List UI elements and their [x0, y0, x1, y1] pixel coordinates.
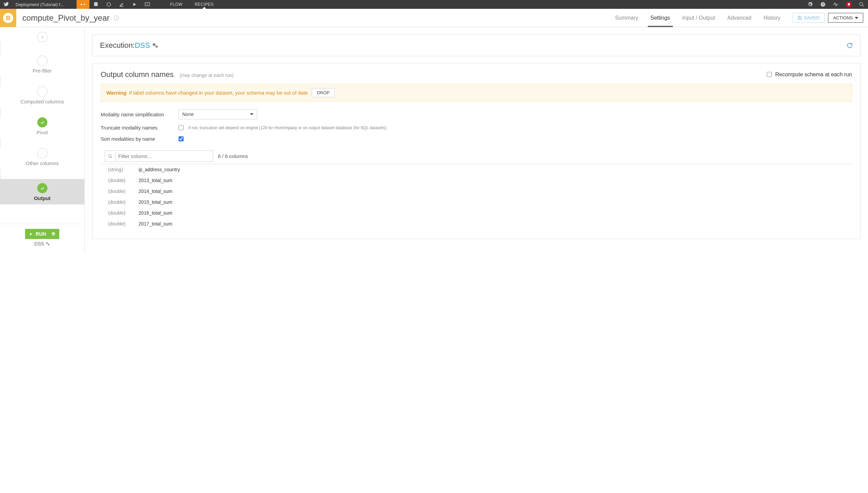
tab-settings[interactable]: Settings: [644, 9, 676, 27]
step-pre-filter[interactable]: Pre-filter: [0, 56, 84, 77]
recompute-schema-label[interactable]: Recompute schema at each run: [767, 72, 852, 78]
gear-icon: [51, 232, 55, 236]
execution-label: Execution:: [100, 41, 135, 50]
check-icon: [40, 120, 45, 125]
menu-flow[interactable]: FLOW: [164, 2, 189, 7]
database-icon[interactable]: [89, 0, 102, 9]
drop-button[interactable]: DROP: [312, 88, 335, 97]
recompute-checkbox[interactable]: [767, 72, 772, 77]
column-type: (double): [108, 199, 139, 205]
logo-icon[interactable]: [0, 2, 12, 7]
gears-icon: [45, 241, 50, 246]
edit-icon[interactable]: [115, 0, 128, 9]
project-name[interactable]: Deployment (Tutorial) f…: [12, 2, 77, 7]
actions-button[interactable]: ACTIONS: [828, 13, 863, 23]
step-computed-columns[interactable]: Computed columns: [0, 86, 84, 108]
search-icon: [105, 152, 116, 161]
play-icon: [29, 232, 33, 236]
svg-point-1: [107, 3, 111, 6]
save-icon: [798, 16, 802, 20]
tab-advanced[interactable]: Advanced: [721, 9, 758, 27]
column-type: (double): [108, 210, 139, 216]
warning-box: Warning if label columns have changed in…: [101, 84, 852, 102]
svg-point-15: [156, 45, 158, 48]
svg-rect-7: [6, 16, 8, 18]
flow-nav-icon[interactable]: [77, 0, 89, 9]
column-name: 2015_total_sum: [139, 199, 172, 205]
svg-point-12: [46, 242, 48, 244]
step-other-columns[interactable]: Other columns: [0, 148, 84, 170]
svg-rect-10: [8, 18, 10, 20]
column-type: (string): [108, 167, 139, 172]
gears-icon: [151, 42, 159, 49]
warning-text: if label columns have changed in your da…: [129, 90, 308, 96]
chevron-down-icon: [250, 113, 253, 115]
modality-label: Modality name simplification: [101, 112, 179, 117]
column-type: (double): [108, 221, 139, 226]
engine-label[interactable]: DSS: [34, 241, 50, 246]
column-row[interactable]: (double)2014_total_sum: [101, 186, 852, 197]
notification-icon[interactable]: [842, 0, 855, 9]
content-area: Execution: DSS Output column names (may …: [85, 27, 868, 253]
activity-icon[interactable]: [829, 0, 842, 9]
recipe-tabs: Summary Settings Input / Output Advanced…: [609, 9, 786, 27]
execution-engine[interactable]: DSS: [135, 41, 150, 50]
refresh-title-icon[interactable]: [113, 15, 120, 21]
column-row[interactable]: (double)2013_total_sum: [101, 175, 852, 186]
tab-history[interactable]: History: [758, 9, 787, 27]
column-name: 2017_total_sum: [139, 221, 172, 226]
circular-icon[interactable]: [102, 0, 115, 9]
title-bar: compute_Pivot_by_year Summary Settings I…: [0, 9, 868, 27]
svg-text:?: ?: [822, 3, 824, 6]
chevron-down-icon: [855, 17, 858, 19]
output-title: Output column names: [101, 70, 173, 79]
svg-point-6: [860, 2, 863, 5]
help-icon[interactable]: ?: [817, 0, 829, 9]
svg-rect-9: [6, 18, 8, 20]
column-type: (double): [108, 178, 139, 183]
column-name: 2013_total_sum: [139, 178, 172, 183]
truncate-checkbox[interactable]: [179, 125, 184, 130]
run-button[interactable]: RUN: [25, 229, 59, 239]
svg-point-13: [48, 244, 49, 245]
check-icon: [40, 186, 45, 191]
refresh-icon[interactable]: [847, 42, 853, 48]
filter-box: [105, 151, 213, 162]
execution-panel: Execution: DSS: [92, 35, 861, 56]
step-output[interactable]: Output: [0, 179, 84, 204]
main-area: Pre-filter Computed columns Pivot Other …: [0, 27, 868, 253]
menu-recipes[interactable]: RECIPES: [189, 2, 220, 7]
screen-icon[interactable]: [141, 0, 154, 9]
sort-checkbox[interactable]: [179, 136, 184, 141]
saved-button[interactable]: SAVED!: [792, 13, 825, 23]
tab-input-output[interactable]: Input / Output: [676, 9, 721, 27]
svg-point-14: [152, 43, 155, 46]
output-panel: Output column names (may change at each …: [92, 63, 861, 239]
column-row[interactable]: (double)2016_total_sum: [101, 208, 852, 218]
search-icon[interactable]: [855, 0, 868, 9]
column-count: 6 / 6 columns: [218, 153, 248, 159]
column-name: ip_address_country: [139, 167, 180, 172]
step-pivot[interactable]: Pivot: [0, 117, 84, 139]
column-row[interactable]: (double)2015_total_sum: [101, 197, 852, 208]
play-icon[interactable]: [128, 0, 141, 9]
column-name: 2014_total_sum: [139, 189, 172, 194]
filter-input[interactable]: [116, 151, 213, 161]
gear-icon[interactable]: [804, 0, 817, 9]
svg-point-16: [108, 154, 111, 157]
step-input[interactable]: [0, 32, 84, 42]
tab-summary[interactable]: Summary: [609, 9, 644, 27]
output-subtitle: (may change at each run): [180, 73, 234, 78]
column-type: (double): [108, 189, 139, 194]
svg-rect-8: [8, 16, 10, 18]
column-row[interactable]: (string)ip_address_country: [101, 164, 852, 175]
column-row[interactable]: (double)2017_total_sum: [101, 218, 852, 229]
recipe-title: compute_Pivot_by_year: [16, 13, 109, 23]
arrow-down-icon: [40, 35, 44, 39]
top-bar: Deployment (Tutorial) f… FLOW RECIPES ?: [0, 0, 868, 9]
recipe-type-icon: [0, 9, 16, 27]
sort-label: Sort modalities by name: [101, 136, 179, 142]
modality-select[interactable]: None: [179, 109, 257, 119]
svg-point-3: [147, 4, 147, 4]
column-name: 2016_total_sum: [139, 210, 172, 216]
